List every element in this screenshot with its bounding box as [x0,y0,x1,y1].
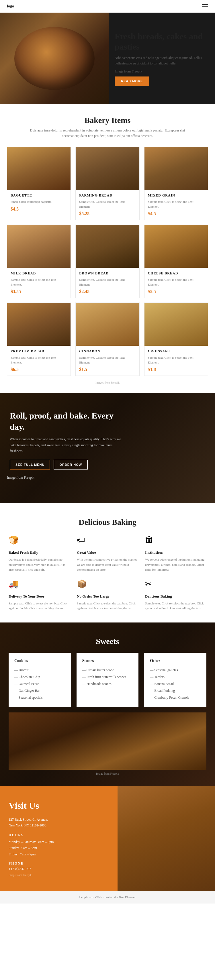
item-price: $1.5 [79,367,135,372]
item-desc: Sample text. Click to select the Text El… [148,277,204,287]
hours-label: HOURS [9,833,106,837]
item-price: $1.8 [148,367,204,372]
item-card-milk: MILK BREAD Sample text. Click to select … [7,224,71,298]
item-card-premium: PREMIUM BREAD Sample text. Click to sele… [7,302,71,376]
bakery-items-subtitle: Duis aute irure dolor in reprehenderit i… [27,128,188,138]
sweets-cookies-heading: Cookies [14,659,65,663]
item-price: $2.45 [79,289,135,294]
feature-title: Delivery To Your Door [9,594,70,599]
institution-icon [145,535,156,547]
visit-bg-bread [118,786,215,891]
item-price: $6.5 [11,367,67,372]
list-item: Fresh fruit buttermilk scones [82,673,133,680]
sweets-card-scones: Scones Classic butter scone Fresh fruit … [76,653,139,707]
item-name: MILK BREAD [11,271,67,275]
list-item: Biscotti [14,667,65,673]
feature-title: No Order Too Large [77,594,138,599]
item-desc: Sample text. Click to select the Text El… [11,355,67,365]
sweets-card-other: Other Seasonal galletes Tartlets Banana … [144,653,206,707]
hero-description: Nibh venenatis cras sed felis eget with … [115,55,206,66]
sweets-grid: Cookies Biscotti Chocolate Chip Oatmeal … [9,653,206,707]
item-image-cinnabon [76,303,139,346]
visit-title: Visit Us [9,800,106,811]
item-image-baguette [7,147,70,190]
feature-desc: Sample text. Click to select the text bo… [77,601,138,611]
item-price: $3.55 [11,289,67,294]
item-price: $4.5 [148,211,204,216]
feature-desc: Our bread is baked fresh daily, contains… [9,557,70,572]
item-card-farming: FARMING BREAD Sample text. Click to sele… [75,147,139,220]
footer: Sample text. Click to select the Text El… [0,891,215,904]
item-image-brown [76,225,139,268]
delicious-title: Delicious Baking [9,518,206,527]
read-more-button[interactable]: READ MORE [115,76,149,86]
items-image-credit: Images from Freepik [7,381,208,384]
list-item: Classic butter scone [82,667,133,673]
hamburger-menu[interactable] [202,4,208,8]
list-item: Chocolate Chip [14,673,65,680]
features-grid: Baked Fresh Daily Our bread is baked fre… [9,535,206,611]
bake-buttons: SEE FULL MENU ORDER NOW [10,460,121,469]
item-price: $5.5 [148,289,204,294]
navigation: logo [0,0,215,13]
item-desc: Sample text. Click to select the Text El… [11,277,67,287]
sweets-scones-heading: Scones [82,659,133,663]
item-desc: Sample text. Click to select the Text El… [148,199,204,209]
feature-desc: We serve a wide range of institutions in… [145,557,206,572]
feature-desc: Sample text. Click to select the text bo… [9,601,70,611]
order-now-button[interactable]: ORDER NOW [54,460,88,469]
hero-content: Fresh breads, cakes and pasties Nibh ven… [109,22,215,94]
bake-banner-section: Roll, proof, and bake. Every day. When i… [0,393,215,503]
sweets-other-heading: Other [150,659,201,663]
feature-title: Baked Fresh Daily [9,550,70,555]
sweets-image [9,713,206,770]
bake-banner-desc: When it comes to bread and sandwiches, f… [10,436,121,454]
item-card-baguette: BAGUETTE Small-batch sourdough baguette.… [7,147,71,220]
feature-desc: With the most competitive prices on the … [77,557,138,572]
delivery-icon [9,579,20,591]
list-item: Banana Bread [150,680,201,687]
bake-banner-credit: Image from Freepik [7,475,208,480]
hours-row: Monday – Saturday 8am – 8pm [9,839,106,845]
item-card-croissant: CROISSANT Sample text. Click to select t… [144,302,208,376]
phone-label: PHONE [9,861,106,866]
visit-phone: 1 (734) 347-007 [9,867,106,871]
item-desc: Sample text. Click to select the Text El… [79,277,135,287]
hero-bread [14,27,95,90]
item-image-croissant [145,303,208,346]
sweets-other-list: Seasonal galletes Tartlets Banana Bread … [150,667,201,701]
feature-delivery: Delivery To Your Door Sample text. Click… [9,579,70,611]
item-desc: Sample text. Click to select the Text El… [79,199,135,209]
feature-title: Institutions [145,550,206,555]
feature-institutions: Institutions We serve a wide range of in… [145,535,206,572]
sweets-cookies-list: Biscotti Chocolate Chip Oatmeal Pecan Oa… [14,667,65,701]
item-image-farming [76,147,139,190]
list-item: Tartlets [150,673,201,680]
sweets-title: Sweets [9,637,206,646]
bread-icon [9,535,20,547]
item-name: BAGUETTE [11,193,67,198]
visit-section: Visit Us 127 Buck Street, 01 Avenue, New… [0,786,215,891]
item-image-mixed [145,147,208,190]
item-price: $4.5 [11,207,67,212]
item-name: CINNABON [79,349,135,353]
item-name: CHEESE BREAD [148,271,204,275]
list-item: Seasonal galletes [150,667,201,673]
item-desc: Small-batch sourdough baguette. [11,199,67,204]
sweets-card-cookies: Cookies Biscotti Chocolate Chip Oatmeal … [9,653,71,707]
item-image-premium [7,303,70,346]
hours-row: Sunday 9am – 5pm [9,845,106,851]
item-name: BROWN BREAD [79,271,135,275]
list-item: Handmade scones [82,680,133,687]
list-item: Oatmeal Pecan [14,680,65,687]
feature-desc: Sample text. Click to select the text bo… [145,601,206,611]
sweets-section: Sweets Cookies Biscotti Chocolate Chip O… [0,622,215,786]
value-icon [77,535,88,547]
footer-text: Sample text. Click to select the Text El… [7,896,208,899]
baking-icon [145,579,156,591]
hero-title: Fresh breads, cakes and pasties [115,31,206,52]
visit-image-credit: Image from Freepik [9,873,106,877]
see-full-menu-button[interactable]: SEE FULL MENU [10,460,50,469]
visit-hours: Monday – Saturday 8am – 8pm Sunday 9am –… [9,839,106,858]
item-card-cinnabon: CINNABON Sample text. Click to select th… [75,302,139,376]
